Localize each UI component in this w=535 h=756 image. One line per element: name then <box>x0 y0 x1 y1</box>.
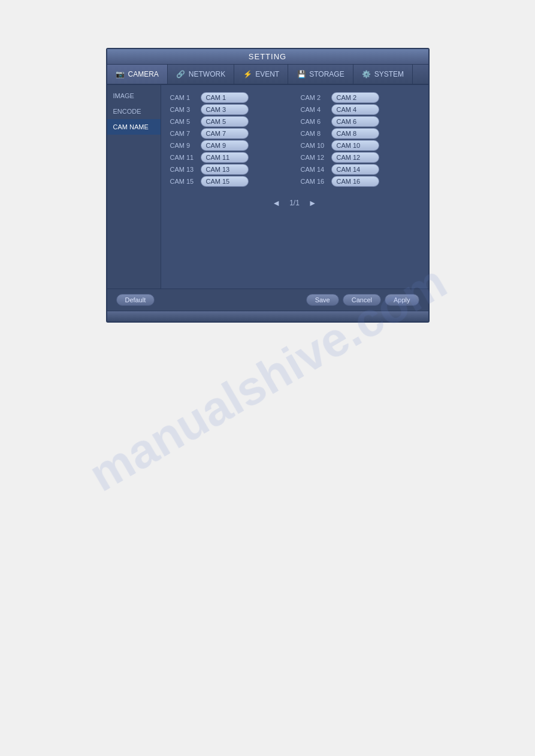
cam9-label: CAM 9 <box>170 142 197 149</box>
event-icon: ⚡ <box>243 69 252 79</box>
cam3-input[interactable] <box>201 104 249 115</box>
cam11-label: CAM 11 <box>170 154 197 161</box>
table-row: CAM 9 <box>170 140 289 151</box>
table-row: CAM 7 <box>170 128 289 139</box>
tab-camera-label: CAMERA <box>128 70 159 78</box>
table-row: CAM 14 <box>301 164 419 175</box>
cam7-input[interactable] <box>201 128 249 139</box>
cam9-input[interactable] <box>201 140 249 151</box>
page-indicator: 1/1 <box>289 199 300 207</box>
tab-system-label: SYSTEM <box>374 70 404 78</box>
next-page-button[interactable]: ► <box>306 197 320 209</box>
tab-storage[interactable]: 💾 STORAGE <box>288 65 353 84</box>
cam12-input[interactable] <box>331 152 379 163</box>
cam3-label: CAM 3 <box>170 106 197 113</box>
cam10-input[interactable] <box>331 140 379 151</box>
cam14-label: CAM 14 <box>301 166 328 173</box>
bottom-right-buttons: Save Cancel Apply <box>306 294 419 306</box>
cam13-label: CAM 13 <box>170 166 197 173</box>
cam4-label: CAM 4 <box>301 106 328 113</box>
pagination-area: ◄ 1/1 ► <box>170 188 419 218</box>
network-icon: 🔗 <box>176 69 186 79</box>
storage-icon: 💾 <box>297 69 306 79</box>
system-icon: ⚙️ <box>362 69 371 79</box>
cam-right-column: CAM 2 CAM 4 CAM 6 CAM 8 <box>301 92 419 188</box>
prev-page-button[interactable]: ◄ <box>269 197 283 209</box>
table-row: CAM 4 <box>301 104 419 115</box>
save-button[interactable]: Save <box>306 294 339 306</box>
table-row: CAM 1 <box>170 92 289 103</box>
tab-storage-label: STORAGE <box>309 70 344 78</box>
table-row: CAM 12 <box>301 152 419 163</box>
cam2-input[interactable] <box>331 92 379 103</box>
sidebar-item-camname[interactable]: CAM NAME <box>107 119 161 135</box>
cam-name-grid: CAM 1 CAM 3 CAM 5 CAM 7 <box>170 92 419 188</box>
cam7-label: CAM 7 <box>170 130 197 137</box>
cam8-input[interactable] <box>331 128 379 139</box>
cam13-input[interactable] <box>201 164 249 175</box>
cam1-input[interactable] <box>201 92 249 103</box>
cam5-input[interactable] <box>201 116 249 127</box>
tab-network-label: NETWORK <box>189 70 225 78</box>
tab-system[interactable]: ⚙️ SYSTEM <box>353 65 413 84</box>
table-row: CAM 15 <box>170 176 289 187</box>
title-bar: SETTING <box>107 49 428 65</box>
cam6-input[interactable] <box>331 116 379 127</box>
table-row: CAM 13 <box>170 164 289 175</box>
table-row: CAM 6 <box>301 116 419 127</box>
sidebar-camname-label: CAM NAME <box>113 123 149 130</box>
apply-button[interactable]: Apply <box>385 294 419 306</box>
cam6-label: CAM 6 <box>301 118 328 125</box>
cam-left-column: CAM 1 CAM 3 CAM 5 CAM 7 <box>170 92 289 188</box>
table-row: CAM 11 <box>170 152 289 163</box>
content-area: CAM 1 CAM 3 CAM 5 CAM 7 <box>161 85 428 289</box>
table-row: CAM 3 <box>170 104 289 115</box>
sidebar: IMAGE ENCODE CAM NAME <box>107 85 161 289</box>
cam11-input[interactable] <box>201 152 249 163</box>
footer-bar <box>107 311 428 321</box>
sidebar-item-image[interactable]: IMAGE <box>107 88 161 104</box>
main-content: IMAGE ENCODE CAM NAME CAM 1 CAM 3 <box>107 85 428 289</box>
cam15-input[interactable] <box>201 176 249 187</box>
window-title: SETTING <box>249 52 286 61</box>
bottom-bar: Default Save Cancel Apply <box>107 289 428 311</box>
table-row: CAM 5 <box>170 116 289 127</box>
sidebar-encode-label: ENCODE <box>113 108 141 115</box>
cam12-label: CAM 12 <box>301 154 328 161</box>
table-row: CAM 8 <box>301 128 419 139</box>
cam10-label: CAM 10 <box>301 142 328 149</box>
tab-event[interactable]: ⚡ EVENT <box>234 65 288 84</box>
default-button[interactable]: Default <box>116 294 155 306</box>
cam5-label: CAM 5 <box>170 118 197 125</box>
camera-icon: 📷 <box>116 69 125 79</box>
tab-network[interactable]: 🔗 NETWORK <box>168 65 234 84</box>
cam1-label: CAM 1 <box>170 94 197 101</box>
cam8-label: CAM 8 <box>301 130 328 137</box>
table-row: CAM 2 <box>301 92 419 103</box>
cam16-label: CAM 16 <box>301 178 328 185</box>
tab-camera[interactable]: 📷 CAMERA <box>107 65 168 84</box>
table-row: CAM 10 <box>301 140 419 151</box>
sidebar-item-encode[interactable]: ENCODE <box>107 104 161 119</box>
cancel-button[interactable]: Cancel <box>343 294 381 306</box>
table-row: CAM 16 <box>301 176 419 187</box>
cam14-input[interactable] <box>331 164 379 175</box>
cam2-label: CAM 2 <box>301 94 328 101</box>
cam15-label: CAM 15 <box>170 178 197 185</box>
tab-event-label: EVENT <box>255 70 279 78</box>
sidebar-image-label: IMAGE <box>113 92 134 99</box>
tab-bar: 📷 CAMERA 🔗 NETWORK ⚡ EVENT 💾 STORAGE ⚙️ … <box>107 65 428 85</box>
settings-window: SETTING 📷 CAMERA 🔗 NETWORK ⚡ EVENT 💾 STO… <box>106 48 430 323</box>
cam4-input[interactable] <box>331 104 379 115</box>
cam16-input[interactable] <box>331 176 379 187</box>
